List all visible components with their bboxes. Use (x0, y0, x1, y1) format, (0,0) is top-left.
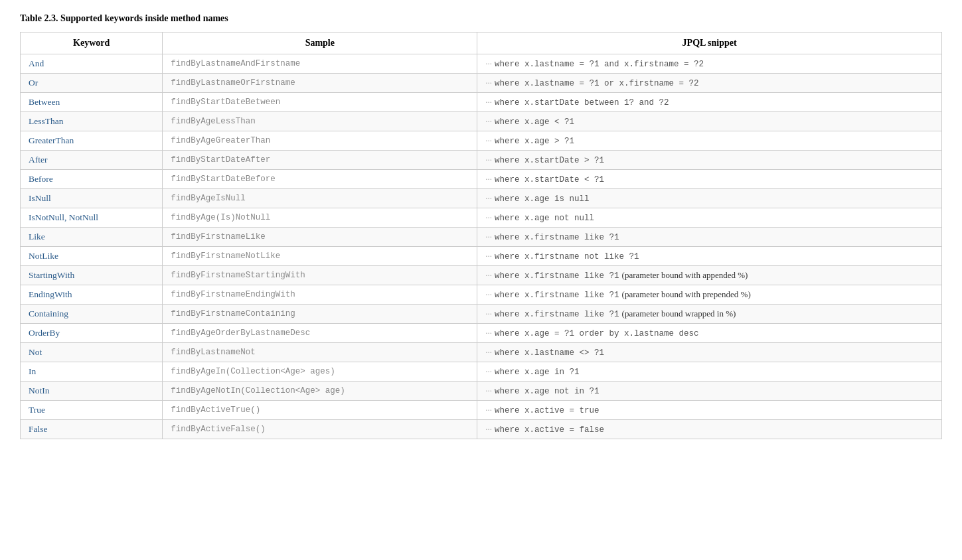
sample-cell: findByAgeNotIn(Collection<Age> age) (163, 382, 477, 401)
table-row: GreaterThanfindByAgeGreaterThan···where … (21, 131, 942, 151)
snippet-cell: ···where x.firstname not like ?1 (477, 247, 942, 266)
keyword-cell: Between (21, 93, 163, 112)
snippet-code: where x.lastname <> ?1 (495, 348, 604, 358)
dots-icon: ··· (485, 366, 492, 377)
header-jpql: JPQL snippet (477, 33, 942, 54)
dots-icon: ··· (485, 116, 492, 127)
snippet-code: where x.age in ?1 (495, 368, 580, 377)
snippet-code: where x.age not null (495, 214, 594, 223)
table-title: Table 2.3. Supported keywords inside met… (20, 13, 942, 24)
keyword-cell: And (21, 54, 163, 74)
sample-cell: findByFirstnameContaining (163, 305, 477, 324)
snippet-code: where x.firstname like ?1 (495, 271, 619, 281)
sample-cell: findByStartDateBefore (163, 170, 477, 189)
snippet-cell: ···where x.firstname like ?1(parameter b… (477, 285, 942, 305)
snippet-cell: ···where x.firstname like ?1(parameter b… (477, 266, 942, 285)
dots-icon: ··· (485, 405, 492, 415)
sample-cell: findByFirstnameLike (163, 228, 477, 247)
table-row: OrfindByLastnameOrFirstname···where x.la… (21, 74, 942, 93)
table-row: IsNullfindByAgeIsNull···where x.age is n… (21, 189, 942, 208)
snippet-cell: ···where x.active = false (477, 420, 942, 439)
table-row: ContainingfindByFirstnameContaining···wh… (21, 305, 942, 324)
dots-icon: ··· (485, 328, 492, 338)
table-row: FalsefindByActiveFalse()···where x.activ… (21, 420, 942, 439)
snippet-code: where x.age > ?1 (495, 137, 574, 146)
keyword-cell: Like (21, 228, 163, 247)
table-row: BeforefindByStartDateBefore···where x.st… (21, 170, 942, 189)
dots-icon: ··· (485, 155, 492, 165)
snippet-note: (parameter bound with prepended %) (622, 289, 751, 300)
table-row: AfterfindByStartDateAfter···where x.star… (21, 151, 942, 170)
table-row: NotInfindByAgeNotIn(Collection<Age> age)… (21, 382, 942, 401)
dots-icon: ··· (485, 347, 492, 358)
keyword-cell: Before (21, 170, 163, 189)
table-row: AndfindByLastnameAndFirstname···where x.… (21, 54, 942, 74)
snippet-code: where x.age not in ?1 (495, 387, 600, 396)
dots-icon: ··· (485, 385, 492, 396)
snippet-cell: ···where x.lastname <> ?1 (477, 343, 942, 362)
table-row: BetweenfindByStartDateBetween···where x.… (21, 93, 942, 112)
sample-cell: findByStartDateAfter (163, 151, 477, 170)
keyword-cell: GreaterThan (21, 131, 163, 151)
snippet-cell: ···where x.startDate between 1? and ?2 (477, 93, 942, 112)
snippet-code: where x.age < ?1 (495, 117, 574, 127)
keyword-cell: OrderBy (21, 324, 163, 343)
snippet-code: where x.age is null (495, 194, 590, 204)
snippet-cell: ···where x.age is null (477, 189, 942, 208)
dots-icon: ··· (485, 212, 492, 223)
keyword-cell: EndingWith (21, 285, 163, 305)
snippet-note: (parameter bound with appended %) (622, 270, 748, 281)
table-row: OrderByfindByAgeOrderByLastnameDesc···wh… (21, 324, 942, 343)
header-sample: Sample (163, 33, 477, 54)
snippet-cell: ···where x.age > ?1 (477, 131, 942, 151)
keyword-cell: False (21, 420, 163, 439)
snippet-cell: ···where x.lastname = ?1 and x.firstname… (477, 54, 942, 74)
snippet-code: where x.firstname like ?1 (495, 310, 619, 319)
sample-cell: findByAgeIn(Collection<Age> ages) (163, 362, 477, 382)
dots-icon: ··· (485, 309, 492, 319)
table-row: StartingWithfindByFirstnameStartingWith·… (21, 266, 942, 285)
snippet-code: where x.lastname = ?1 and x.firstname = … (495, 60, 704, 69)
sample-cell: findByActiveFalse() (163, 420, 477, 439)
table-row: LikefindByFirstnameLike···where x.firstn… (21, 228, 942, 247)
keyword-cell: In (21, 362, 163, 382)
snippet-code: where x.startDate > ?1 (495, 156, 604, 165)
snippet-cell: ···where x.age < ?1 (477, 112, 942, 131)
table-header-row: Keyword Sample JPQL snippet (21, 33, 942, 54)
snippet-cell: ···where x.active = true (477, 401, 942, 420)
dots-icon: ··· (485, 251, 492, 261)
snippet-code: where x.firstname like ?1 (495, 291, 619, 300)
snippet-code: where x.firstname not like ?1 (495, 252, 639, 261)
dots-icon: ··· (485, 58, 492, 69)
keyword-cell: Containing (21, 305, 163, 324)
sample-cell: findByAge(Is)NotNull (163, 208, 477, 228)
snippet-code: where x.startDate between 1? and ?2 (495, 98, 669, 107)
snippet-cell: ···where x.firstname like ?1(parameter b… (477, 305, 942, 324)
sample-cell: findByAgeGreaterThan (163, 131, 477, 151)
sample-cell: findByAgeIsNull (163, 189, 477, 208)
sample-cell: findByLastnameOrFirstname (163, 74, 477, 93)
keyword-cell: Not (21, 343, 163, 362)
snippet-cell: ···where x.firstname like ?1 (477, 228, 942, 247)
keyword-cell: After (21, 151, 163, 170)
snippet-note: (parameter bound wrapped in %) (622, 309, 736, 319)
dots-icon: ··· (485, 97, 492, 107)
sample-cell: findByActiveTrue() (163, 401, 477, 420)
sample-cell: findByFirstnameNotLike (163, 247, 477, 266)
table-row: EndingWithfindByFirstnameEndingWith···wh… (21, 285, 942, 305)
dots-icon: ··· (485, 174, 492, 184)
keyword-cell: True (21, 401, 163, 420)
dots-icon: ··· (485, 424, 492, 435)
snippet-code: where x.lastname = ?1 or x.firstname = ?… (495, 79, 699, 88)
table-row: TruefindByActiveTrue()···where x.active … (21, 401, 942, 420)
snippet-cell: ···where x.startDate < ?1 (477, 170, 942, 189)
snippet-cell: ···where x.age in ?1 (477, 362, 942, 382)
sample-cell: findByAgeLessThan (163, 112, 477, 131)
snippet-code: where x.active = false (495, 425, 604, 435)
snippet-code: where x.firstname like ?1 (495, 233, 619, 242)
sample-cell: findByLastnameAndFirstname (163, 54, 477, 74)
keyword-cell: StartingWith (21, 266, 163, 285)
table-row: InfindByAgeIn(Collection<Age> ages)···wh… (21, 362, 942, 382)
table-row: LessThanfindByAgeLessThan···where x.age … (21, 112, 942, 131)
keyword-cell: NotIn (21, 382, 163, 401)
